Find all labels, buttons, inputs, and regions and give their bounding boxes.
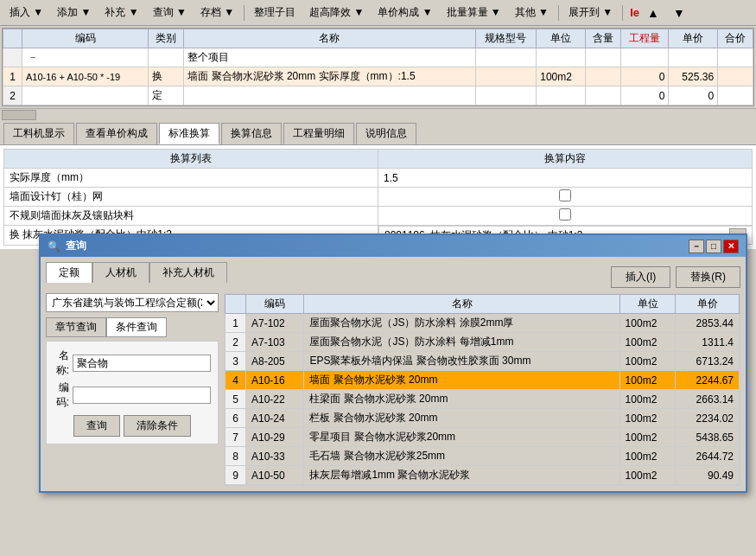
row-total-1 <box>718 67 753 86</box>
row-code-0: － <box>22 48 149 67</box>
dialog-title-text: 查询 <box>66 239 86 249</box>
exchange-label-0: 实际厚度（mm） <box>4 169 378 188</box>
tab-material-display[interactable]: 工料机显示 <box>3 123 74 144</box>
exchange-label-2: 不规则墙面抹灰及镶贴块料 <box>4 207 378 226</box>
row-code-2 <box>22 86 149 105</box>
row-name-2 <box>184 86 475 105</box>
exchange-row-2[interactable]: 不规则墙面抹灰及镶贴块料 <box>4 207 753 226</box>
exchange-value-0[interactable] <box>378 169 753 188</box>
insert-menu-btn[interactable]: 插入 ▼ <box>3 3 49 22</box>
col-unit: 单位 <box>537 29 586 48</box>
row-code-1: A10-16 + A10-50 * -19 <box>22 67 149 86</box>
dialog-controls: － □ ✕ <box>689 240 739 249</box>
exchange-checkbox-1[interactable] <box>559 189 571 201</box>
row-num-2: 2 <box>3 86 22 105</box>
minimize-btn[interactable]: － <box>689 240 704 249</box>
row-num-0 <box>3 48 22 67</box>
row-total-2 <box>718 86 753 105</box>
add-menu-btn[interactable]: 添加 ▼ <box>51 3 97 22</box>
hscroll-thumb[interactable] <box>2 110 36 120</box>
col-quantity: 工程量 <box>620 29 669 48</box>
exchange-list-header: 换算列表 <box>4 150 378 169</box>
dialog-title-left: 🔍 查询 <box>48 239 86 249</box>
supplement-menu-btn[interactable]: 补充 ▼ <box>98 3 144 22</box>
row-type-0 <box>149 48 184 67</box>
main-table-area: 编码 类别 名称 规格型号 单位 含量 工程量 单价 合价 － 整个项目 <box>2 28 754 106</box>
col-name: 名称 <box>184 29 475 48</box>
row-type-1: 换 <box>149 67 184 86</box>
unitprice-menu-btn[interactable]: 单价构成 ▼ <box>372 3 438 22</box>
row-spec-2 <box>475 86 537 105</box>
sep3 <box>622 5 623 21</box>
col-spec: 规格型号 <box>475 29 537 48</box>
table-row[interactable]: 1 A10-16 + A10-50 * -19 换 墙面 聚合物水泥砂浆 20m… <box>3 67 753 86</box>
row-content-1 <box>585 67 620 86</box>
col-price: 单价 <box>669 29 718 48</box>
sep1 <box>244 5 245 21</box>
minus-icon-0[interactable]: － <box>26 51 40 63</box>
query-dialog: 🔍 查询 － □ ✕ 定额 人材机 补充人材机 插入(I) 替换(R) 广东省建… <box>39 233 747 249</box>
super-menu-btn[interactable]: 超高降效 ▼ <box>303 3 370 22</box>
ie-indicator: Ie <box>630 6 639 19</box>
exchange-row-1[interactable]: 墙面设计钉（桂）网 <box>4 188 753 207</box>
row-spec-0 <box>475 48 537 67</box>
main-table: 编码 类别 名称 规格型号 单位 含量 工程量 单价 合价 － 整个项目 <box>3 29 753 105</box>
col-type: 类别 <box>149 29 184 48</box>
col-code: 编码 <box>22 29 149 48</box>
row-name-0: 整个项目 <box>184 48 475 67</box>
hscroll[interactable] <box>0 108 756 120</box>
toolbar: 插入 ▼ 添加 ▼ 补充 ▼ 查询 ▼ 存档 ▼ 整理子目 超高降效 ▼ 单价构… <box>0 0 756 26</box>
tab-description[interactable]: 说明信息 <box>356 123 416 144</box>
row-type-2: 定 <box>149 86 184 105</box>
row-quantity-2: 0 <box>620 86 669 105</box>
tab-standard-exchange[interactable]: 标准换算 <box>159 123 219 144</box>
table-row[interactable]: － 整个项目 <box>3 48 753 67</box>
row-total-0 <box>718 48 753 67</box>
organize-menu-btn[interactable]: 整理子目 <box>248 3 302 22</box>
row-unit-0 <box>537 48 586 67</box>
sep2 <box>558 5 559 21</box>
row-quantity-0 <box>620 48 669 67</box>
col-rownum <box>3 29 22 48</box>
exchange-content-header: 换算内容 <box>378 150 753 169</box>
maximize-btn[interactable]: □ <box>706 240 721 249</box>
tab-unit-price[interactable]: 查看单价构成 <box>76 123 157 144</box>
batch-menu-btn[interactable]: 批量算量 ▼ <box>441 3 507 22</box>
exchange-label-1: 墙面设计钉（桂）网 <box>4 188 378 207</box>
row-unit-2 <box>537 86 586 105</box>
row-content-2 <box>585 86 620 105</box>
dialog-icon: 🔍 <box>48 240 60 249</box>
tab-exchange-info[interactable]: 换算信息 <box>221 123 282 144</box>
row-num-1: 1 <box>3 67 22 86</box>
exchange-value-1[interactable] <box>378 188 753 207</box>
archive-menu-btn[interactable]: 存档 ▼ <box>194 3 240 22</box>
query-menu-btn[interactable]: 查询 ▼ <box>147 3 193 22</box>
exchange-checkbox-2[interactable] <box>559 208 571 220</box>
col-content: 含量 <box>585 29 620 48</box>
up-btn[interactable]: ▲ <box>641 3 665 22</box>
row-name-1: 墙面 聚合物水泥砂浆 20mm 实际厚度（mm）:1.5 <box>184 67 475 86</box>
expand-menu-btn[interactable]: 展开到 ▼ <box>562 3 619 22</box>
close-btn[interactable]: ✕ <box>723 240 739 249</box>
row-price-2: 0 <box>669 86 718 105</box>
exchange-value-2[interactable] <box>378 207 753 226</box>
row-unit-1: 100m2 <box>537 67 586 86</box>
table-row[interactable]: 2 定 0 0 <box>3 86 753 105</box>
row-quantity-1: 0 <box>620 67 669 86</box>
exchange-input-0[interactable] <box>384 172 746 184</box>
row-price-1: 525.36 <box>669 67 718 86</box>
row-content-0 <box>585 48 620 67</box>
other-menu-btn[interactable]: 其他 ▼ <box>509 3 555 22</box>
down-btn[interactable]: ▼ <box>667 3 691 22</box>
row-spec-1 <box>475 67 537 86</box>
col-total: 合价 <box>718 29 753 48</box>
dialog-titlebar: 🔍 查询 － □ ✕ <box>41 235 746 249</box>
tabs-bar: 工料机显示 查看单价构成 标准换算 换算信息 工程量明细 说明信息 <box>0 120 756 145</box>
row-price-0 <box>669 48 718 67</box>
exchange-row-0[interactable]: 实际厚度（mm） <box>4 169 753 188</box>
exchange-table: 换算列表 换算内容 实际厚度（mm） 墙面设计钉（桂）网 不规则墙面抹灰及镶贴块… <box>3 149 753 246</box>
tab-quantity-detail[interactable]: 工程量明细 <box>283 123 354 144</box>
